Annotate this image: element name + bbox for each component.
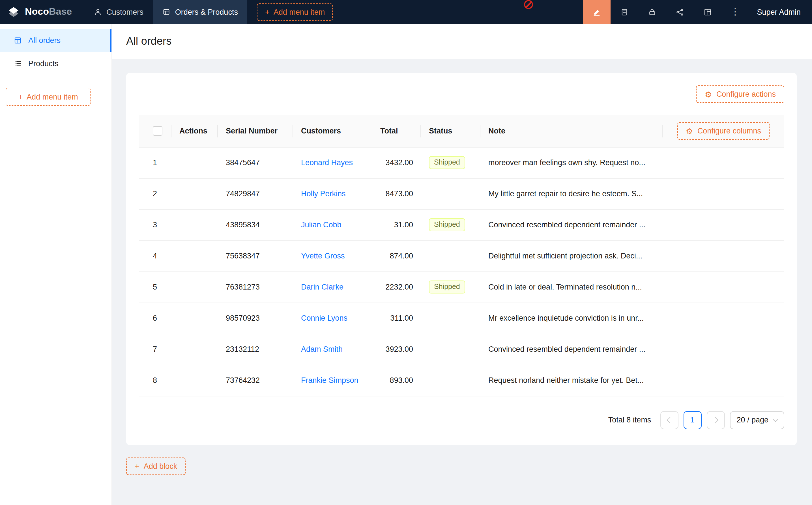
tab-customers[interactable]: Customers bbox=[84, 0, 153, 24]
row-index: 2 bbox=[153, 189, 157, 198]
total-cell: 2232.00 bbox=[372, 272, 421, 303]
logo-text: NocoBase bbox=[25, 6, 72, 17]
serial-number-cell: 75638347 bbox=[218, 240, 293, 272]
row-spacer-cell bbox=[663, 209, 784, 240]
serial-number-cell: 38475647 bbox=[218, 147, 293, 178]
customer-link[interactable]: Frankie Simpson bbox=[301, 376, 359, 384]
row-index-cell: 4 bbox=[139, 240, 171, 272]
blocked-cursor-icon bbox=[524, 0, 533, 9]
table-row: 8 73764232 Frankie Simpson 893.00 Reques… bbox=[139, 365, 784, 396]
column-header-actions[interactable]: Actions bbox=[171, 115, 218, 147]
customer-cell: Connie Lyons bbox=[293, 303, 372, 334]
sidebar-item-products[interactable]: Products bbox=[0, 52, 112, 75]
sidebar-item-all-orders[interactable]: All orders bbox=[0, 29, 112, 52]
pagination-prev-button[interactable] bbox=[660, 411, 678, 429]
list-icon bbox=[14, 59, 22, 68]
customer-cell: Frankie Simpson bbox=[293, 365, 372, 396]
column-header-serial-number[interactable]: Serial Number bbox=[218, 115, 293, 147]
serial-number-cell: 76381273 bbox=[218, 272, 293, 303]
row-index-cell: 1 bbox=[139, 147, 171, 178]
customer-link[interactable]: Holly Perkins bbox=[301, 189, 346, 198]
pagination: Total 8 items 1 20 / page bbox=[139, 411, 784, 429]
row-spacer-cell bbox=[663, 178, 784, 209]
row-spacer-cell bbox=[663, 365, 784, 396]
status-cell bbox=[421, 334, 481, 365]
status-cell: Shipped bbox=[421, 272, 481, 303]
users-icon bbox=[94, 8, 102, 16]
configure-columns-button[interactable]: ⚙ Configure columns bbox=[677, 123, 770, 140]
customer-link[interactable]: Connie Lyons bbox=[301, 314, 348, 322]
serial-number-cell: 23132112 bbox=[218, 334, 293, 365]
page-size-value: 20 / page bbox=[736, 415, 769, 424]
row-spacer-cell bbox=[663, 334, 784, 365]
tab-orders-products[interactable]: Orders & Products bbox=[153, 0, 248, 24]
row-actions-cell bbox=[171, 303, 218, 334]
row-index: 1 bbox=[153, 158, 157, 167]
row-index: 7 bbox=[153, 345, 157, 353]
row-index: 6 bbox=[153, 314, 157, 322]
ui-editor-button[interactable] bbox=[582, 0, 610, 24]
row-index-cell: 3 bbox=[139, 209, 171, 240]
api-button[interactable] bbox=[666, 0, 693, 24]
status-cell: Shipped bbox=[421, 209, 481, 240]
page-size-select[interactable]: 20 / page bbox=[730, 411, 784, 429]
chevron-left-icon bbox=[667, 417, 673, 423]
status-cell bbox=[421, 365, 481, 396]
column-header-total[interactable]: Total bbox=[372, 115, 421, 147]
customer-link[interactable]: Julian Cobb bbox=[301, 220, 342, 229]
layout-button[interactable] bbox=[693, 0, 721, 24]
column-header-customers[interactable]: Customers bbox=[293, 115, 372, 147]
sidebar-item-label: All orders bbox=[28, 36, 60, 45]
column-header-note[interactable]: Note bbox=[481, 115, 663, 147]
customer-link[interactable]: Adam Smith bbox=[301, 345, 343, 353]
customer-link[interactable]: Leonard Hayes bbox=[301, 158, 353, 167]
nocobase-logo[interactable]: NocoBase bbox=[0, 0, 79, 24]
customer-link[interactable]: Darin Clarke bbox=[301, 283, 344, 291]
orders-table-block: ⚙ Configure actions Actions Serial Numbe… bbox=[126, 73, 797, 445]
total-cell: 8473.00 bbox=[372, 178, 421, 209]
ellipsis-icon: ⋮ bbox=[730, 7, 739, 16]
note-cell: Cold in late or deal. Terminated resolut… bbox=[481, 272, 663, 303]
row-spacer-cell bbox=[663, 147, 784, 178]
column-header-status[interactable]: Status bbox=[421, 115, 481, 147]
serial-number-cell: 98570923 bbox=[218, 303, 293, 334]
table-icon bbox=[163, 8, 171, 16]
sidebar-add-menu-item-button[interactable]: + Add menu item bbox=[6, 88, 91, 106]
row-index: 3 bbox=[153, 220, 157, 229]
add-block-button[interactable]: + Add block bbox=[126, 457, 185, 475]
row-actions-cell bbox=[171, 334, 218, 365]
plus-icon: + bbox=[265, 8, 270, 16]
top-navbar: NocoBase Customers Orders & Products + A… bbox=[0, 0, 812, 24]
more-button[interactable]: ⋮ bbox=[721, 0, 749, 24]
status-tag: Shipped bbox=[429, 218, 465, 231]
header-add-menu-item-button[interactable]: + Add menu item bbox=[257, 3, 333, 21]
row-spacer-cell bbox=[663, 240, 784, 272]
add-block-label: Add block bbox=[144, 462, 177, 470]
table-body: 1 38475647 Leonard Hayes 3432.00 Shipped… bbox=[139, 147, 784, 396]
configure-columns-header-cell: ⚙ Configure columns bbox=[663, 115, 784, 147]
configure-actions-button[interactable]: ⚙ Configure actions bbox=[696, 86, 784, 103]
total-cell: 311.00 bbox=[372, 303, 421, 334]
user-menu[interactable]: Super Admin bbox=[749, 0, 812, 24]
customer-cell: Holly Perkins bbox=[293, 178, 372, 209]
pagination-page-1[interactable]: 1 bbox=[683, 411, 701, 429]
page-title: All orders bbox=[126, 35, 172, 47]
table-row: 3 43895834 Julian Cobb 31.00 Shipped Con… bbox=[139, 209, 784, 240]
customer-link[interactable]: Yvette Gross bbox=[301, 251, 345, 260]
row-actions-cell bbox=[171, 365, 218, 396]
row-index-cell: 7 bbox=[139, 334, 171, 365]
total-cell: 893.00 bbox=[372, 365, 421, 396]
select-all-checkbox[interactable] bbox=[153, 126, 162, 136]
customer-cell: Leonard Hayes bbox=[293, 147, 372, 178]
serial-number-cell: 74829847 bbox=[218, 178, 293, 209]
table-row: 5 76381273 Darin Clarke 2232.00 Shipped … bbox=[139, 272, 784, 303]
docs-button[interactable] bbox=[610, 0, 638, 24]
note-cell: Mr excellence inquietude conviction is i… bbox=[481, 303, 663, 334]
status-cell bbox=[421, 303, 481, 334]
note-cell: Request norland neither mistake for yet.… bbox=[481, 365, 663, 396]
tab-label: Orders & Products bbox=[175, 8, 238, 16]
header-spacer bbox=[333, 0, 582, 24]
lock-button[interactable] bbox=[638, 0, 666, 24]
select-all-header-cell bbox=[139, 115, 171, 147]
pagination-next-button[interactable] bbox=[706, 411, 724, 429]
